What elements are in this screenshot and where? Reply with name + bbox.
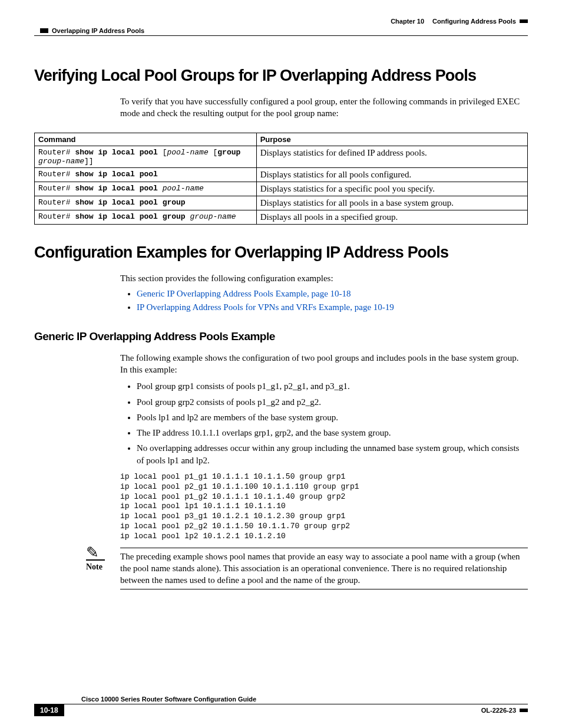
- footer-title: Cisco 10000 Series Router Software Confi…: [34, 696, 528, 704]
- intro-verify: To verify that you have successfully con…: [120, 95, 528, 120]
- list-item: Pool group grp2 consists of pools p1_g2 …: [137, 396, 528, 408]
- command-table: Command Purpose Router# show ip local po…: [34, 133, 528, 225]
- heading-config-examples: Configuration Examples for Overlapping I…: [34, 243, 528, 262]
- page-footer: Cisco 10000 Series Router Software Confi…: [34, 696, 528, 716]
- note-text: The preceding example shows pool names t…: [120, 548, 528, 589]
- page-number: 10-18: [34, 704, 64, 716]
- list-item: Pools lp1 and lp2 are members of the bas…: [137, 411, 528, 423]
- list-item: Pool group grp1 consists of pools p1_g1,…: [137, 380, 528, 392]
- note-label: Note: [86, 562, 103, 571]
- footer-bar-icon: [520, 709, 528, 712]
- table-row: Router# show ip local pool Displays stat…: [35, 167, 528, 182]
- pencil-icon: ✎: [86, 548, 105, 561]
- intro-generic: The following example shows the configur…: [120, 352, 528, 376]
- table-row: Router# show ip local pool group group-n…: [35, 210, 528, 224]
- list-item: IP Overlapping Address Pools for VPNs an…: [137, 302, 528, 312]
- intro-examples: This section provides the following conf…: [120, 272, 528, 284]
- chapter-label: Chapter 10: [391, 18, 424, 25]
- list-item: The IP address 10.1.1.1 overlaps grp1, g…: [137, 427, 528, 439]
- link-generic-example[interactable]: Generic IP Overlapping Address Pools Exa…: [137, 289, 351, 298]
- table-row: Router# show ip local pool group Display…: [35, 196, 528, 210]
- example-links-list: Generic IP Overlapping Address Pools Exa…: [120, 289, 528, 312]
- table-row: Router# show ip local pool [pool-name [g…: [35, 146, 528, 167]
- chapter-title: Configuring Address Pools: [432, 18, 516, 25]
- page-header: Chapter 10 Configuring Address Pools: [34, 18, 528, 25]
- running-bar-icon: [40, 28, 48, 33]
- header-bar-icon: [520, 19, 528, 23]
- code-block: ip local pool p1_g1 10.1.1.1 10.1.1.50 g…: [120, 472, 528, 542]
- heading-verifying: Verifying Local Pool Groups for IP Overl…: [34, 67, 528, 85]
- list-item: No overlapping addresses occur within an…: [137, 442, 528, 466]
- doc-id: OL-2226-23: [481, 707, 516, 714]
- table-row: Router# show ip local pool pool-name Dis…: [35, 182, 528, 196]
- note-block: ✎ Note The preceding example shows pool …: [86, 548, 528, 589]
- list-item: Generic IP Overlapping Address Pools Exa…: [137, 289, 528, 299]
- running-header: Overlapping IP Address Pools: [34, 27, 528, 34]
- example-bullets: Pool group grp1 consists of pools p1_g1,…: [120, 380, 528, 466]
- link-vpn-vrf-example[interactable]: IP Overlapping Address Pools for VPNs an…: [137, 302, 394, 312]
- heading-generic-example: Generic IP Overlapping Address Pools Exa…: [34, 330, 528, 343]
- th-purpose: Purpose: [256, 133, 527, 146]
- running-title: Overlapping IP Address Pools: [52, 27, 144, 34]
- th-command: Command: [35, 133, 257, 146]
